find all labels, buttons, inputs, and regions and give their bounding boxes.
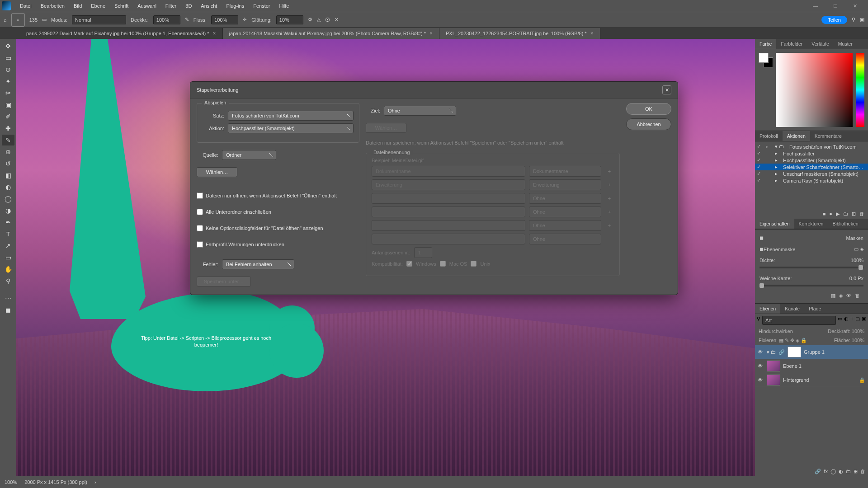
tab-aktionen[interactable]: Aktionen: [783, 131, 810, 141]
trash-icon[interactable]: 🗑: [859, 211, 864, 217]
mask-icon[interactable]: ◯: [830, 469, 836, 474]
mask-icon[interactable]: ▦: [831, 293, 835, 299]
modus-select[interactable]: [72, 15, 126, 24]
pressure-icon[interactable]: ✎: [185, 17, 189, 23]
menu-auswahl[interactable]: Auswahl: [133, 1, 161, 10]
tab-pfade[interactable]: Pfade: [804, 304, 826, 314]
folder-icon[interactable]: ▭: [42, 17, 47, 23]
tool-zoom[interactable]: ⚲: [2, 276, 14, 286]
tool-eraser[interactable]: ◧: [2, 170, 14, 181]
menu-plugins[interactable]: Plug-ins: [222, 1, 249, 10]
fx-icon[interactable]: fx: [824, 469, 828, 474]
color-picker[interactable]: [776, 53, 853, 127]
tool-crop[interactable]: ✂: [2, 88, 14, 99]
cancel-button[interactable]: Abbrechen: [626, 118, 671, 130]
menu-hilfe[interactable]: Hilfe: [274, 1, 293, 10]
chevron-right-icon[interactable]: ›: [94, 479, 96, 485]
close-icon[interactable]: ×: [429, 30, 433, 37]
tool-eyedropper[interactable]: ✐: [2, 111, 14, 122]
action-item[interactable]: ✓▸Hochpassfilter: [755, 150, 868, 157]
fgbg-swatch[interactable]: ◼: [2, 305, 14, 315]
dialog-close-button[interactable]: ✕: [662, 85, 671, 94]
tool-wand[interactable]: ✦: [2, 76, 14, 87]
layer-thumb[interactable]: [767, 361, 780, 371]
adjust-icon[interactable]: ◐: [839, 469, 843, 474]
tool-stamp[interactable]: ⊕: [2, 146, 14, 157]
filter-smart-icon[interactable]: ▣: [862, 316, 866, 325]
menu-bild[interactable]: Bild: [69, 1, 86, 10]
trash-icon[interactable]: 🗑: [855, 293, 860, 299]
stop-icon[interactable]: ■: [823, 211, 826, 217]
tool-heal[interactable]: ✚: [2, 123, 14, 134]
filter-shape-icon[interactable]: ▢: [855, 316, 860, 325]
close-icon[interactable]: ×: [590, 30, 594, 37]
window-minimize-icon[interactable]: —: [808, 1, 822, 11]
tab-kommentare[interactable]: Kommentare: [810, 131, 846, 141]
tool-edit-toolbar[interactable]: ⋯: [2, 293, 14, 304]
tab-ebenen[interactable]: Ebenen: [755, 304, 780, 314]
close-icon[interactable]: ×: [213, 30, 216, 37]
menu-filter[interactable]: Filter: [161, 1, 181, 10]
aktion-select[interactable]: Hochpassfilter (Smartobjekt): [228, 123, 354, 133]
hue-slider[interactable]: [856, 53, 864, 127]
kante-slider[interactable]: [760, 285, 863, 286]
record-icon[interactable]: ●: [829, 211, 832, 217]
filter-adjust-icon[interactable]: ◐: [844, 316, 849, 325]
menu-fenster[interactable]: Fenster: [249, 1, 274, 10]
doc-tab-1[interactable]: japan-2014618 Masashi Wakui auf Pixabay.…: [223, 28, 439, 39]
home-icon[interactable]: ⌂: [4, 17, 7, 23]
play-icon[interactable]: ▶: [836, 211, 840, 217]
fluss-input[interactable]: [211, 15, 238, 24]
window-close-icon[interactable]: ✕: [849, 1, 862, 11]
tab-eigenschaften[interactable]: Eigenschaften: [755, 219, 794, 229]
window-maximize-icon[interactable]: ☐: [829, 1, 842, 11]
tab-muster[interactable]: Muster: [834, 39, 857, 49]
eye-icon[interactable]: 👁: [846, 293, 851, 299]
doc-tab-2[interactable]: PXL_20230422_122623454.PORTRAIT.jpg bei …: [439, 28, 600, 39]
chk-oeffnen[interactable]: [197, 192, 203, 199]
menu-ebene[interactable]: Ebene: [86, 1, 110, 10]
menu-3d[interactable]: 3D: [181, 1, 196, 10]
tool-lasso[interactable]: ⊙: [2, 64, 14, 75]
tool-brush[interactable]: ✎: [2, 135, 14, 145]
action-folder[interactable]: ✓▸▾ 🗀Fotos schärfen von TutKit.com: [755, 143, 868, 150]
airbrush-icon[interactable]: ✈: [243, 17, 247, 23]
butterfly-icon[interactable]: ✕: [335, 17, 339, 23]
share-button[interactable]: Teilen: [821, 16, 847, 24]
gear-icon[interactable]: ⚙: [308, 17, 312, 23]
tab-kanale[interactable]: Kanäle: [780, 304, 804, 314]
tool-pen[interactable]: ✒: [2, 217, 14, 228]
tool-dodge[interactable]: ◑: [2, 205, 14, 216]
visibility-icon[interactable]: 👁: [758, 349, 764, 355]
layer-row[interactable]: 👁 Ebene 1: [755, 359, 868, 373]
symmetry-icon[interactable]: ⦿: [325, 17, 330, 23]
kante-value[interactable]: 0,0 Px: [849, 276, 863, 281]
search-icon[interactable]: ⚲: [852, 17, 855, 23]
tool-hand[interactable]: ✋: [2, 264, 14, 275]
action-item[interactable]: ✓▸Hochpassfilter (Smartobjekt): [755, 157, 868, 164]
layer-name[interactable]: Gruppe 1: [804, 349, 825, 355]
menu-bearbeiten[interactable]: Bearbeiten: [36, 1, 69, 10]
tab-farbfelder[interactable]: Farbfelder: [776, 39, 807, 49]
chk-dialoge[interactable]: [197, 225, 203, 231]
layer-filter-input[interactable]: [762, 316, 836, 325]
new-folder-icon[interactable]: 🗀: [843, 211, 848, 217]
tool-marquee[interactable]: ▭: [2, 52, 14, 63]
deckkr-input[interactable]: [153, 15, 180, 24]
dichte-slider[interactable]: [760, 267, 863, 268]
layer-row[interactable]: 👁 ▾ 🗀🔗 Gruppe 1: [755, 345, 868, 359]
menu-schrift[interactable]: Schrift: [110, 1, 133, 10]
flache-value[interactable]: 100%: [852, 338, 864, 343]
angle-icon[interactable]: △: [317, 17, 321, 23]
deck-value[interactable]: 100%: [852, 328, 864, 334]
tool-type[interactable]: T: [2, 229, 14, 239]
layer-row[interactable]: 👁 Hintergrund 🔒: [755, 373, 868, 387]
brush-preview[interactable]: •: [11, 13, 25, 27]
zoom-level[interactable]: 100%: [5, 479, 17, 485]
new-layer-icon[interactable]: ⊞: [854, 469, 858, 474]
invert-icon[interactable]: ◈: [839, 293, 843, 299]
ziel-select[interactable]: Ohne: [384, 106, 456, 116]
wahlen-button[interactable]: Wählen…: [197, 167, 237, 177]
doc-info[interactable]: 2000 Px x 1415 Px (300 ppi): [24, 479, 87, 485]
tool-history[interactable]: ↺: [2, 158, 14, 169]
